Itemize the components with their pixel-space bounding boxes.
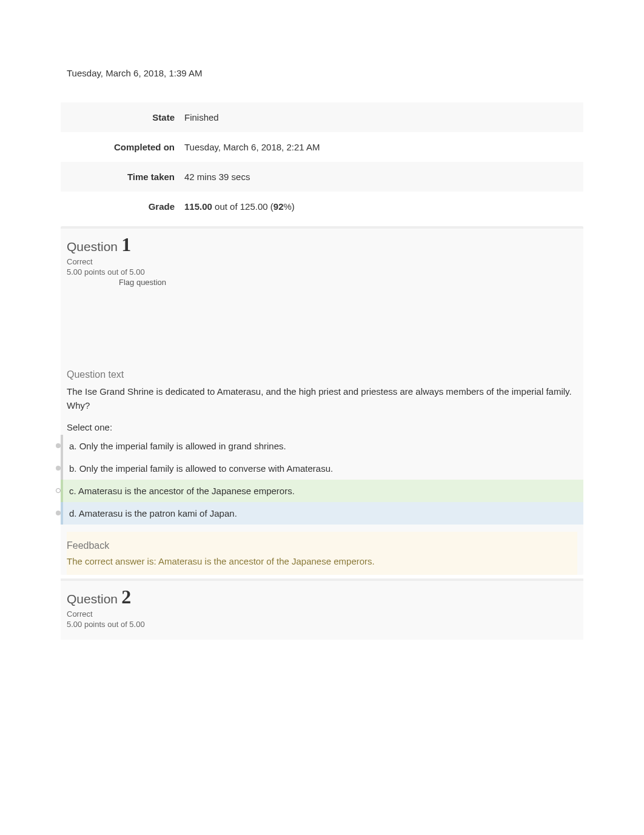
time-label: Time taken — [61, 162, 182, 192]
answer-option-d[interactable]: d. Amaterasu is the patron kami of Japan… — [61, 502, 583, 525]
question-spacer — [61, 292, 583, 363]
question-text: The Ise Grand Shrine is dedicated to Ama… — [61, 385, 583, 422]
flag-question-link[interactable]: Flag question — [67, 278, 577, 287]
grade-pct: 92 — [273, 201, 284, 212]
question-word: Question — [67, 240, 118, 253]
question-number: 1 — [121, 233, 131, 255]
summary-row-state: State Finished — [61, 102, 583, 132]
attempt-summary-table: State Finished Completed on Tuesday, Mar… — [61, 102, 583, 221]
started-on: Tuesday, March 6, 2018, 1:39 AM — [61, 61, 583, 102]
completed-value: Tuesday, March 6, 2018, 2:21 AM — [182, 132, 583, 162]
answer-option-c[interactable]: c. Amaterasu is the ancestor of the Japa… — [61, 480, 583, 502]
summary-row-grade: Grade 115.00 out of 125.00 (92%) — [61, 192, 583, 221]
time-value: 42 mins 39 secs — [182, 162, 583, 192]
question-grade: 5.00 points out of 5.00 — [67, 620, 577, 629]
feedback-heading: Feedback — [67, 532, 577, 556]
answer-option-b[interactable]: b. Only the imperial family is allowed t… — [61, 457, 583, 480]
grade-score: 115.00 — [184, 201, 212, 212]
state-value: Finished — [182, 102, 583, 132]
select-one-label: Select one: — [61, 422, 583, 435]
question-text-heading: Question text — [61, 363, 583, 385]
answer-option-d-label: d. Amaterasu is the patron kami of Japan… — [69, 508, 237, 518]
radio-icon — [56, 511, 61, 515]
question-word: Question — [67, 592, 118, 606]
summary-row-completed: Completed on Tuesday, March 6, 2018, 2:2… — [61, 132, 583, 162]
answer-option-a[interactable]: a. Only the imperial family is allowed i… — [61, 435, 583, 457]
completed-label: Completed on — [61, 132, 182, 162]
grade-tail: %) — [283, 201, 294, 212]
feedback-section: Feedback The correct answer is: Amateras… — [67, 532, 577, 575]
radio-icon — [56, 488, 61, 493]
answer-option-c-label: c. Amaterasu is the ancestor of the Japa… — [69, 486, 295, 496]
question-grade: 5.00 points out of 5.00 — [67, 267, 577, 277]
question-2-block: Question 2 Correct 5.00 points out of 5.… — [61, 578, 583, 640]
feedback-text: The correct answer is: Amaterasu is the … — [67, 556, 577, 569]
state-label: State — [61, 102, 182, 132]
answer-option-a-label: a. Only the imperial family is allowed i… — [69, 441, 286, 451]
grade-mid: out of 125.00 ( — [212, 201, 273, 212]
question-state: Correct — [67, 609, 577, 619]
radio-icon — [56, 466, 61, 471]
question-1-block: Question 1 Correct 5.00 points out of 5.… — [61, 226, 583, 575]
question-state: Correct — [67, 257, 577, 266]
answer-option-b-label: b. Only the imperial family is allowed t… — [69, 463, 333, 474]
grade-value: 115.00 out of 125.00 (92%) — [182, 192, 583, 221]
summary-row-time: Time taken 42 mins 39 secs — [61, 162, 583, 192]
grade-label: Grade — [61, 192, 182, 221]
question-number: 2 — [121, 586, 131, 608]
radio-icon — [56, 443, 61, 448]
question-1-header: Question 1 Correct 5.00 points out of 5.… — [61, 233, 583, 292]
